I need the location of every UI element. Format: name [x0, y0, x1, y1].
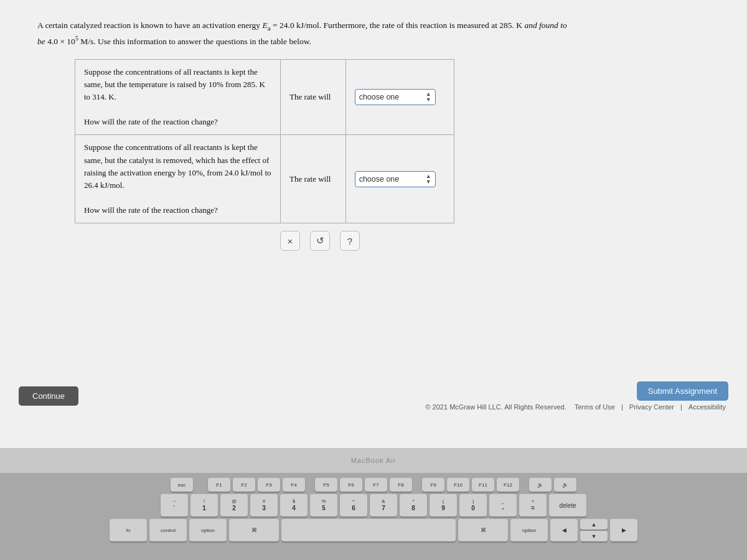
screen: A certain catalyzed reaction is known to…: [0, 0, 747, 448]
esc-key[interactable]: esc: [171, 478, 193, 492]
up-arrow-key[interactable]: ▲: [580, 519, 608, 530]
scenario-text-2b: 26.4 kJ/mol.: [84, 180, 125, 190]
accessibility-link[interactable]: Accessibility: [688, 403, 726, 411]
f6-key[interactable]: F6: [340, 478, 362, 492]
7-key[interactable]: &7: [370, 494, 397, 516]
help-icon: ?: [347, 236, 352, 246]
continue-button[interactable]: Continue: [19, 386, 78, 406]
backtick-key[interactable]: ~`: [161, 494, 188, 516]
privacy-link[interactable]: Privacy Center: [629, 403, 674, 411]
3-key[interactable]: #3: [250, 494, 278, 516]
choose-one-dropdown-2[interactable]: choose one ▲ ▼: [355, 171, 436, 187]
control-key[interactable]: control: [149, 519, 187, 541]
help-button[interactable]: ?: [340, 231, 360, 251]
icon-row: × ↺ ?: [75, 231, 710, 251]
command-right-key[interactable]: ⌘: [458, 519, 508, 541]
table-row: Suppose the concentrations of all reacta…: [75, 135, 454, 223]
number-key-row: ~` !1 @2 #3 $4 %5 ^6 &7 *8 (9 )0: [161, 494, 586, 516]
f1-key[interactable]: F1: [208, 478, 230, 492]
rate-label-2: The rate will: [281, 135, 346, 223]
footer-right: Submit Assignment © 2021 McGraw Hill LLC…: [425, 381, 728, 411]
close-button[interactable]: ×: [280, 231, 300, 251]
equals-key[interactable]: +=: [519, 494, 547, 516]
dropdown-value-1: choose one: [359, 93, 400, 101]
2-key[interactable]: @2: [220, 494, 248, 516]
4-key[interactable]: $4: [280, 494, 308, 516]
command-left-key[interactable]: ⌘: [229, 519, 279, 541]
scenario-text-1: Suppose the concentrations of all reacta…: [84, 67, 265, 101]
minus-key[interactable]: _-: [489, 494, 517, 516]
dropdown-arrows-1: ▲ ▼: [426, 91, 431, 103]
choose-one-dropdown-1[interactable]: choose one ▲ ▼: [355, 89, 436, 105]
submit-button[interactable]: Submit Assignment: [637, 381, 728, 401]
macbook-label: MacBook Air: [351, 457, 397, 464]
undo-icon: ↺: [316, 235, 324, 246]
5-key[interactable]: %5: [310, 494, 337, 516]
8-key[interactable]: *8: [400, 494, 427, 516]
9-key[interactable]: (9: [430, 494, 457, 516]
question-text-2: How will the rate of the reaction change…: [84, 205, 218, 215]
vol-down-key[interactable]: 🔉: [529, 478, 552, 492]
f11-key[interactable]: F11: [472, 478, 494, 492]
f9-key[interactable]: F9: [422, 478, 444, 492]
problem-statement: A certain catalyzed reaction is known to…: [37, 19, 710, 48]
f2-key[interactable]: F2: [233, 478, 255, 492]
f4-key[interactable]: F4: [283, 478, 305, 492]
delete-key[interactable]: delete: [549, 494, 586, 516]
6-key[interactable]: ^6: [340, 494, 367, 516]
copyright-text: © 2021 McGraw Hill LLC. All Rights Reser…: [425, 403, 566, 411]
question-text-1: How will the rate of the reaction change…: [84, 117, 218, 126]
terms-link[interactable]: Terms of Use: [575, 403, 615, 411]
dropdown-cell-2[interactable]: choose one ▲ ▼: [345, 135, 454, 223]
footer-links: © 2021 McGraw Hill LLC. All Rights Reser…: [425, 403, 728, 411]
dropdown-cell-1[interactable]: choose one ▲ ▼: [345, 59, 454, 135]
table-row: Suppose the concentrations of all reacta…: [75, 59, 454, 135]
dropdown-value-2: choose one: [359, 175, 400, 184]
fn-key-row: esc F1 F2 F3 F4 F5 F6 F7 F8 F9 F10 F11 F…: [171, 478, 576, 492]
1-key[interactable]: !1: [190, 494, 218, 516]
undo-button[interactable]: ↺: [310, 231, 330, 251]
space-key-row: fn control option ⌘ ⌘ option ◀ ▲ ▼ ▶: [110, 519, 637, 541]
scenario-cell-1: Suppose the concentrations of all reacta…: [75, 59, 281, 135]
f3-key[interactable]: F3: [258, 478, 280, 492]
option-key[interactable]: option: [189, 519, 227, 541]
vol-up-key[interactable]: 🔊: [554, 478, 576, 492]
scenario-cell-2: Suppose the concentrations of all reacta…: [75, 135, 281, 223]
0-key[interactable]: )0: [459, 494, 487, 516]
question-table: Suppose the concentrations of all reacta…: [75, 59, 454, 224]
down-arrow-key[interactable]: ▼: [580, 531, 608, 541]
close-icon: ×: [288, 236, 293, 246]
f10-key[interactable]: F10: [447, 478, 469, 492]
dropdown-arrows-2: ▲ ▼: [426, 174, 431, 185]
f12-key[interactable]: F12: [497, 478, 519, 492]
right-arrow-key[interactable]: ▶: [610, 519, 637, 541]
fn-bottom-key[interactable]: fn: [110, 519, 147, 541]
footer: Continue Submit Assignment © 2021 McGraw…: [0, 381, 747, 411]
f5-key[interactable]: F5: [315, 478, 337, 492]
space-key[interactable]: [281, 519, 456, 541]
f8-key[interactable]: F8: [390, 478, 412, 492]
rate-label-1: The rate will: [281, 59, 346, 135]
laptop-bezel: MacBook Air: [0, 448, 747, 473]
keyboard-area: esc F1 F2 F3 F4 F5 F6 F7 F8 F9 F10 F11 F…: [0, 473, 747, 560]
option-right-key[interactable]: option: [510, 519, 548, 541]
scenario-text-2: Suppose the concentrations of all reacta…: [84, 142, 271, 177]
left-arrow-key[interactable]: ◀: [550, 519, 578, 541]
f7-key[interactable]: F7: [365, 478, 387, 492]
